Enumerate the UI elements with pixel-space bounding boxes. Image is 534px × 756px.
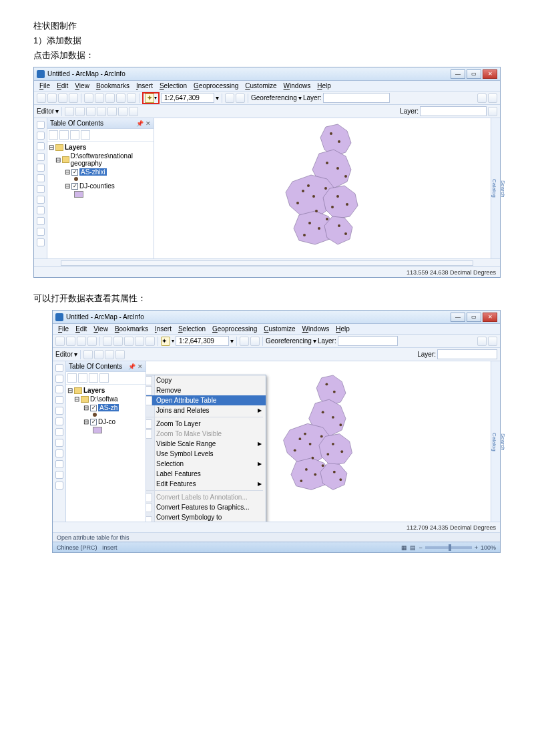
ctx-copy[interactable]: Copy bbox=[146, 375, 266, 385]
save-icon[interactable] bbox=[77, 337, 86, 346]
redo-icon[interactable] bbox=[146, 337, 155, 346]
ctx-open-attribute-table[interactable]: Open Attribute Table bbox=[146, 395, 266, 405]
minimize-button[interactable]: — bbox=[451, 313, 465, 322]
zoom-in-icon[interactable]: + bbox=[475, 544, 478, 551]
tool-icon[interactable] bbox=[118, 107, 127, 116]
paste-icon[interactable] bbox=[105, 93, 115, 103]
ctx-use-symbol-levels[interactable]: Use Symbol Levels bbox=[146, 449, 266, 459]
list-drawing-icon[interactable] bbox=[49, 130, 58, 140]
map-view[interactable] bbox=[154, 118, 491, 258]
tool-icon[interactable] bbox=[86, 107, 95, 116]
menu-insert[interactable]: Insert bbox=[152, 325, 174, 333]
georef-layer-combo[interactable] bbox=[323, 93, 390, 103]
back-icon[interactable] bbox=[37, 185, 45, 193]
datasource-node[interactable]: ⊟ D:\softwares\national geography bbox=[49, 152, 152, 168]
measure-icon[interactable] bbox=[37, 238, 45, 246]
map-view[interactable]: CopyRemoveOpen Attribute TableJoins and … bbox=[146, 361, 491, 522]
layer-item[interactable]: ⊟ DJ-co bbox=[67, 417, 144, 426]
editor-label[interactable]: Editor bbox=[37, 108, 54, 115]
dropdown-arrow-icon[interactable]: ▾ bbox=[313, 337, 316, 345]
zoom-out-icon[interactable]: − bbox=[419, 544, 422, 551]
editor-label[interactable]: Editor bbox=[55, 351, 73, 358]
georef-layer-combo[interactable] bbox=[338, 336, 398, 346]
layer-combo[interactable] bbox=[437, 349, 497, 359]
pin-icon[interactable]: 📌 ✕ bbox=[136, 120, 151, 127]
layers-root[interactable]: ⊟ Layers bbox=[67, 386, 144, 395]
layer-symbol[interactable] bbox=[67, 426, 144, 434]
menu-selection[interactable]: Selection bbox=[157, 81, 190, 90]
new-icon[interactable] bbox=[37, 93, 46, 103]
list-drawing-icon[interactable] bbox=[67, 373, 77, 383]
menu-help[interactable]: Help bbox=[333, 325, 352, 333]
word-mode[interactable]: Insert bbox=[102, 544, 117, 551]
identify-icon[interactable] bbox=[37, 217, 45, 225]
maximize-button[interactable]: ▭ bbox=[467, 69, 481, 79]
tool-icon[interactable] bbox=[477, 93, 487, 103]
tool-icon[interactable] bbox=[105, 350, 114, 359]
list-source-icon[interactable] bbox=[59, 130, 69, 140]
back-icon[interactable] bbox=[55, 428, 63, 436]
cut-icon[interactable] bbox=[103, 337, 112, 346]
zoom-in-icon[interactable] bbox=[37, 121, 45, 129]
ctx-joins-and-relates[interactable]: Joins and Relates▶ bbox=[146, 405, 266, 415]
tool-icon[interactable] bbox=[107, 107, 117, 116]
ctx-zoom-to-layer[interactable]: Zoom To Layer bbox=[146, 419, 266, 429]
layer-item[interactable]: ⊟ AS-zh bbox=[67, 403, 144, 412]
checkbox[interactable] bbox=[71, 169, 78, 176]
list-source-icon[interactable] bbox=[78, 373, 87, 383]
ctx-convert-features-to-graphics[interactable]: Convert Features to Graphics... bbox=[146, 502, 266, 512]
tool-icon[interactable] bbox=[115, 350, 125, 359]
list-visible-icon[interactable] bbox=[70, 130, 79, 140]
add-data-button[interactable]: ✦ bbox=[145, 93, 154, 103]
measure-icon[interactable] bbox=[55, 482, 63, 490]
close-button[interactable]: ✕ bbox=[483, 313, 497, 322]
tool-icon[interactable] bbox=[94, 350, 103, 359]
menu-windows[interactable]: Windows bbox=[281, 81, 314, 90]
zoom-in-icon[interactable] bbox=[55, 364, 63, 372]
scale-input[interactable]: 1:2,647,309 bbox=[161, 93, 214, 103]
menu-edit[interactable]: Edit bbox=[54, 81, 71, 90]
paste-icon[interactable] bbox=[124, 337, 134, 346]
checkbox[interactable] bbox=[90, 405, 97, 411]
close-button[interactable]: ✕ bbox=[483, 69, 497, 79]
tool-icon[interactable] bbox=[488, 107, 497, 116]
select-icon[interactable] bbox=[55, 449, 63, 457]
print-icon[interactable] bbox=[87, 337, 97, 346]
zoom-out-icon[interactable] bbox=[55, 375, 63, 383]
list-select-icon[interactable] bbox=[99, 373, 109, 383]
zoom-value[interactable]: 100% bbox=[481, 544, 496, 551]
cut-icon[interactable] bbox=[84, 93, 93, 103]
menu-bookmarks[interactable]: Bookmarks bbox=[93, 81, 132, 90]
find-icon[interactable] bbox=[37, 228, 45, 236]
tab-catalog[interactable]: Catalog bbox=[491, 179, 497, 198]
add-data-button[interactable]: ✦ bbox=[161, 337, 170, 346]
fixed-zoom-in-icon[interactable] bbox=[37, 164, 45, 172]
open-icon[interactable] bbox=[47, 93, 57, 103]
menu-geoprocessing[interactable]: Geoprocessing bbox=[210, 325, 260, 333]
ctx-label-features[interactable]: Label Features bbox=[146, 469, 266, 479]
layer-item[interactable]: ⊟ AS-zhixi bbox=[49, 168, 152, 176]
scale-input[interactable]: 1:2,647,309 bbox=[176, 336, 229, 346]
layer-symbol[interactable] bbox=[49, 176, 152, 182]
full-extent-icon[interactable] bbox=[55, 396, 63, 404]
ctx-convert-symbology-to-representation[interactable]: Convert Symbology to Representation... bbox=[146, 512, 266, 522]
select-icon[interactable] bbox=[37, 206, 45, 214]
checkbox[interactable] bbox=[90, 419, 97, 425]
forward-icon[interactable] bbox=[55, 439, 63, 447]
copy-icon[interactable] bbox=[95, 93, 104, 103]
tool-icon[interactable] bbox=[129, 107, 138, 116]
full-extent-icon[interactable] bbox=[37, 153, 45, 161]
dropdown-arrow-icon[interactable]: ▾ bbox=[55, 108, 59, 115]
tool-icon[interactable] bbox=[97, 107, 106, 116]
find-icon[interactable] bbox=[55, 471, 63, 479]
editor-toolbar-icon[interactable] bbox=[225, 93, 234, 103]
layer-item[interactable]: ⊟ DJ-counties bbox=[49, 182, 152, 190]
dropdown-arrow-icon[interactable]: ▾ bbox=[154, 95, 157, 101]
tool-icon[interactable] bbox=[236, 93, 245, 103]
checkbox[interactable] bbox=[71, 183, 78, 190]
tool-icon[interactable] bbox=[250, 337, 260, 346]
dropdown-arrow-icon[interactable]: ▾ bbox=[172, 338, 174, 344]
ctx-selection[interactable]: Selection▶ bbox=[146, 459, 266, 469]
menu-insert[interactable]: Insert bbox=[134, 81, 156, 90]
tool-icon[interactable] bbox=[75, 107, 85, 116]
